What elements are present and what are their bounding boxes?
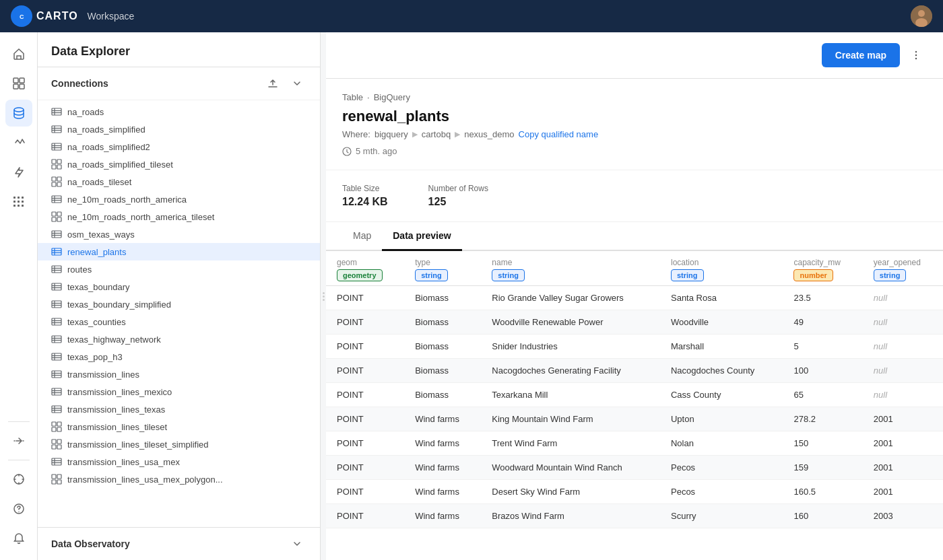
tree-item-na_roads_simplified_tileset[interactable]: na_roads_simplified_tileset bbox=[38, 155, 320, 173]
tree-item-renewal_plants[interactable]: renewal_plants bbox=[38, 243, 320, 260]
tree-item-na_roads_tileset[interactable]: na_roads_tileset bbox=[38, 173, 320, 190]
tree-item-na_roads[interactable]: na_roads bbox=[38, 103, 320, 120]
tree-item-icon bbox=[51, 124, 62, 135]
data-table-container[interactable]: geom geometry type string name string lo… bbox=[326, 251, 943, 560]
cell-name: Rio Grande Valley Sugar Growers bbox=[481, 286, 660, 310]
svg-rect-16 bbox=[13, 205, 15, 207]
table-row: POINTWind farmsTrent Wind FarmNolan15020… bbox=[326, 431, 943, 456]
workspace-label: Workspace bbox=[88, 11, 135, 22]
svg-rect-22 bbox=[52, 108, 61, 115]
tree-item-icon bbox=[51, 141, 62, 152]
svg-rect-101 bbox=[57, 445, 61, 449]
svg-rect-54 bbox=[52, 248, 61, 255]
tileset-icon bbox=[51, 159, 62, 170]
table-icon bbox=[51, 299, 62, 310]
tab-data-preview[interactable]: Data preview bbox=[382, 222, 461, 251]
tree-item-transmission_lines_usa_mex[interactable]: transmission_lines_usa_mex bbox=[38, 453, 320, 470]
tree-item-transmission_lines[interactable]: transmission_lines bbox=[38, 365, 320, 383]
tree-item-transmission_lines_tileset_simplified[interactable]: transmission_lines_tileset_simplified bbox=[38, 435, 320, 453]
tree-item-texas_boundary_simplified[interactable]: texas_boundary_simplified bbox=[38, 295, 320, 313]
cell-name: Woodville Renewable Power bbox=[481, 310, 660, 335]
cell-name: Woodward Mountain Wind Ranch bbox=[481, 456, 660, 480]
svg-rect-36 bbox=[52, 165, 56, 169]
sidebar-item-analytics[interactable] bbox=[5, 129, 32, 156]
sidebar-item-notifications[interactable] bbox=[5, 525, 32, 552]
cell-year_opened: 2001 bbox=[863, 480, 943, 504]
tree-item-texas_pop_h3[interactable]: texas_pop_h3 bbox=[38, 348, 320, 365]
data-observatory-expand[interactable] bbox=[288, 534, 306, 553]
svg-rect-11 bbox=[18, 197, 20, 199]
sidebar-item-help[interactable] bbox=[5, 495, 32, 522]
avatar[interactable] bbox=[911, 5, 932, 27]
col-type-badge: geometry bbox=[337, 269, 383, 281]
svg-rect-74 bbox=[52, 336, 61, 343]
cell-geom: POINT bbox=[326, 431, 404, 456]
tree-item-ne_10m_roads_north_america_tileset[interactable]: ne_10m_roads_north_america_tileset bbox=[38, 208, 320, 225]
tab-map[interactable]: Map bbox=[342, 222, 382, 251]
create-map-button[interactable]: Create map bbox=[822, 43, 900, 67]
sidebar-bottom bbox=[5, 419, 32, 552]
sidebar-item-observatory[interactable] bbox=[5, 466, 32, 493]
svg-rect-6 bbox=[20, 78, 24, 83]
svg-point-9 bbox=[14, 108, 24, 112]
tree-item-texas_boundary[interactable]: texas_boundary bbox=[38, 278, 320, 295]
svg-rect-34 bbox=[52, 160, 56, 164]
svg-rect-40 bbox=[52, 182, 56, 186]
carto-logo[interactable]: C CARTO bbox=[11, 5, 78, 27]
svg-text:C: C bbox=[20, 13, 24, 20]
tree-item-transmission_lines_mexico[interactable]: transmission_lines_mexico bbox=[38, 383, 320, 400]
connections-header: Connections bbox=[38, 67, 320, 100]
svg-rect-47 bbox=[57, 212, 61, 216]
tree-item-na_roads_simplified[interactable]: na_roads_simplified bbox=[38, 120, 320, 138]
sidebar-item-grid[interactable] bbox=[5, 188, 32, 215]
tree-item-label: routes bbox=[67, 265, 92, 275]
sidebar-item-expand[interactable] bbox=[5, 427, 32, 454]
col-type-badge: string bbox=[492, 269, 525, 281]
sidebar-item-data[interactable] bbox=[5, 100, 32, 127]
tree-item-transmission_lines_usa_mex_polygon...[interactable]: transmission_lines_usa_mex_polygon... bbox=[38, 470, 320, 488]
carto-logo-mark: C bbox=[11, 5, 32, 27]
tree-list: na_roads na_roads_simplified na_roads_si… bbox=[38, 100, 320, 527]
stat-table-size-label: Table Size bbox=[342, 184, 388, 193]
resize-handle[interactable] bbox=[321, 32, 326, 560]
tree-item-transmission_lines_texas[interactable]: transmission_lines_texas bbox=[38, 400, 320, 418]
navbar: C CARTO Workspace bbox=[0, 0, 943, 32]
tree-item-texas_counties[interactable]: texas_counties bbox=[38, 313, 320, 330]
data-observatory-label: Data Observatory bbox=[51, 538, 130, 549]
sidebar-item-maps[interactable] bbox=[5, 70, 32, 97]
cell-type: Wind farms bbox=[404, 504, 481, 528]
connections-actions bbox=[263, 74, 306, 93]
tileset-icon bbox=[51, 176, 62, 187]
col-header-location: location string bbox=[660, 251, 783, 286]
cell-geom: POINT bbox=[326, 359, 404, 383]
tree-item-icon bbox=[51, 229, 62, 240]
tree-item-texas_highway_network[interactable]: texas_highway_network bbox=[38, 330, 320, 348]
tree-item-routes[interactable]: routes bbox=[38, 260, 320, 278]
tree-item-label: transmission_lines_texas bbox=[67, 405, 165, 415]
svg-rect-41 bbox=[57, 182, 61, 186]
copy-qualified-name-link[interactable]: Copy qualified name bbox=[519, 129, 599, 139]
more-options-button[interactable] bbox=[905, 44, 927, 66]
tree-item-icon bbox=[51, 386, 62, 397]
sidebar-item-lightning[interactable] bbox=[5, 159, 32, 186]
cell-name: Desert Sky Wind Farm bbox=[481, 480, 660, 504]
collapse-icon[interactable] bbox=[288, 74, 306, 93]
stat-num-rows-value: 125 bbox=[428, 196, 488, 208]
svg-rect-38 bbox=[52, 177, 56, 181]
svg-point-110 bbox=[915, 51, 917, 53]
tree-item-transmission_lines_tileset[interactable]: transmission_lines_tileset bbox=[38, 418, 320, 435]
table-row: POINTWind farmsWoodward Mountain Wind Ra… bbox=[326, 456, 943, 480]
svg-rect-50 bbox=[52, 231, 61, 238]
stat-table-size: Table Size 12.24 KB bbox=[342, 184, 388, 208]
cell-capacity_mw: 278.2 bbox=[783, 407, 862, 431]
tree-item-na_roads_simplified2[interactable]: na_roads_simplified2 bbox=[38, 138, 320, 155]
tree-item-label: na_roads bbox=[67, 107, 104, 117]
null-value: null bbox=[874, 341, 887, 351]
sidebar-item-home[interactable] bbox=[5, 40, 32, 67]
table-icon bbox=[51, 141, 62, 152]
cell-year_opened: 2001 bbox=[863, 456, 943, 480]
path-arrow-1: ▶ bbox=[412, 130, 418, 139]
tree-item-ne_10m_roads_north_america[interactable]: ne_10m_roads_north_america bbox=[38, 190, 320, 208]
tree-item-osm_texas_ways[interactable]: osm_texas_ways bbox=[38, 225, 320, 243]
upload-icon[interactable] bbox=[263, 74, 282, 93]
